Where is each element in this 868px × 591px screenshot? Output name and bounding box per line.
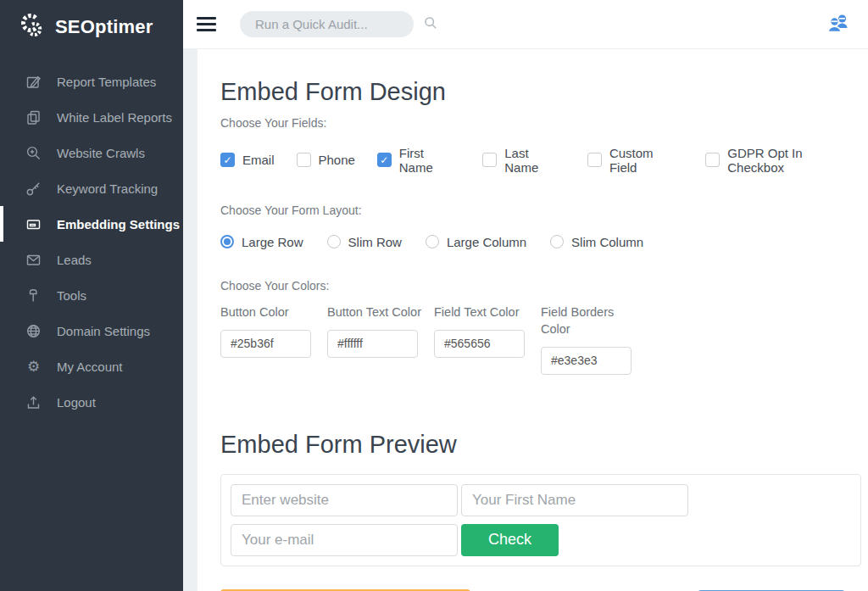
sidebar-item-keyword-tracking[interactable]: Keyword Tracking xyxy=(0,170,183,206)
content-gutter xyxy=(183,49,198,591)
layout-section-label: Choose Your Form Layout: xyxy=(220,204,861,217)
sidebar-item-label: Report Templates xyxy=(57,75,156,89)
sidebar-item-label: White Label Reports xyxy=(57,110,172,125)
color-field-input[interactable] xyxy=(541,347,632,375)
checkbox-label: Last Name xyxy=(504,146,565,175)
sidebar-item-domain-settings[interactable]: Domain Settings xyxy=(0,313,183,348)
layout-radio-large-column[interactable]: Large Column xyxy=(426,235,526,249)
sidebar-item-leads[interactable]: Leads xyxy=(0,242,183,277)
preview-title: Embed Form Preview xyxy=(220,432,861,459)
sidebar-item-label: My Account xyxy=(57,360,123,374)
search-input[interactable] xyxy=(255,17,424,31)
app-title: SEOptimer xyxy=(55,16,153,38)
seoptimer-gears-logo-icon xyxy=(17,11,47,43)
color-fields: Button Color Button Text Color Field Tex… xyxy=(220,304,861,375)
radio-icon[interactable] xyxy=(426,235,439,248)
sidebar-item-label: Keyword Tracking xyxy=(57,181,158,196)
checkbox-label: Custom Field xyxy=(609,146,684,175)
checkbox-label: Email xyxy=(242,153,275,167)
sidebar-item-label: Embedding Settings xyxy=(57,217,180,231)
hamburger-menu-icon[interactable] xyxy=(197,14,216,35)
quick-audit-search[interactable] xyxy=(240,11,414,37)
sidebar-item-report-templates[interactable]: Report Templates xyxy=(0,64,183,99)
color-field-input[interactable] xyxy=(220,330,311,358)
sidebar-item-logout[interactable]: Logout xyxy=(0,384,183,420)
preview-check-button[interactable]: Check xyxy=(461,524,559,556)
radio-label: Large Row xyxy=(242,235,303,249)
checkbox-label: First Name xyxy=(399,146,461,175)
sidebar-item-label: Website Crawls xyxy=(57,146,145,160)
sidebar-item-tools[interactable]: Tools xyxy=(0,277,183,313)
layout-radio-large-row[interactable]: Large Row xyxy=(220,235,303,249)
sidebar-item-white-label-reports[interactable]: White Label Reports xyxy=(0,99,183,135)
sidebar-nav: Report Templates White Label Reports Web… xyxy=(0,64,183,420)
sidebar-item-website-crawls[interactable]: Website Crawls xyxy=(0,135,183,170)
checkbox-icon[interactable] xyxy=(587,153,602,167)
field-checkbox-phone[interactable]: Phone xyxy=(297,153,355,167)
search-icon xyxy=(424,16,437,33)
embed-card-icon xyxy=(25,216,42,232)
color-field-label: Field Text Color xyxy=(434,304,541,321)
color-field-field-borders-color: Field Borders Color xyxy=(541,304,621,375)
color-field-label: Button Color xyxy=(220,304,327,321)
checkbox-icon[interactable] xyxy=(482,153,497,167)
key-icon xyxy=(25,181,42,197)
checkbox-label: GDPR Opt In Checkbox xyxy=(727,146,861,175)
color-field-button-text-color: Button Text Color xyxy=(327,304,434,358)
color-field-label: Button Text Color xyxy=(327,304,434,321)
copy-pages-icon xyxy=(25,109,42,125)
sidebar-item-label: Domain Settings xyxy=(57,324,150,338)
radio-icon[interactable] xyxy=(550,235,564,248)
color-field-label: Field Borders Color xyxy=(541,304,621,337)
content: Embed Form Design Choose Your Fields: ✓ … xyxy=(198,49,868,591)
field-checkbox-gdpr-opt-in-checkbox[interactable]: GDPR Opt In Checkbox xyxy=(705,146,861,175)
hammer-icon xyxy=(25,287,42,304)
topbar xyxy=(183,0,868,49)
radio-icon[interactable] xyxy=(220,235,234,248)
checkbox-icon[interactable]: ✓ xyxy=(377,153,392,167)
colors-section-label: Choose Your Colors: xyxy=(220,279,861,293)
page-title: Embed Form Design xyxy=(220,79,861,106)
radio-label: Slim Column xyxy=(571,235,643,249)
sidebar-item-embedding-settings[interactable]: Embedding Settings xyxy=(0,206,183,242)
app-logo[interactable]: SEOptimer xyxy=(0,0,183,43)
checkbox-icon[interactable] xyxy=(297,153,311,167)
checkbox-icon[interactable] xyxy=(705,153,720,167)
pencil-square-icon xyxy=(25,74,42,90)
field-checkbox-row: ✓ Email Phone ✓ First Name Last Name Cus… xyxy=(220,146,861,175)
logout-icon xyxy=(25,394,42,410)
field-checkbox-custom-field[interactable]: Custom Field xyxy=(587,146,683,175)
preview-first-name-input[interactable] xyxy=(461,484,688,516)
sidebar-item-label: Tools xyxy=(57,288,86,303)
radio-label: Large Column xyxy=(447,235,526,249)
radio-label: Slim Row xyxy=(348,235,402,249)
color-field-input[interactable] xyxy=(434,330,525,358)
color-field-button-color: Button Color xyxy=(220,304,327,358)
color-field-input[interactable] xyxy=(327,330,418,358)
layout-radio-slim-row[interactable]: Slim Row xyxy=(327,235,402,249)
preview-website-input[interactable] xyxy=(231,484,458,516)
envelope-icon xyxy=(25,252,42,268)
users-icon[interactable] xyxy=(826,12,851,39)
layout-radio-slim-column[interactable]: Slim Column xyxy=(550,235,643,249)
radio-icon[interactable] xyxy=(327,235,341,248)
field-checkbox-first-name[interactable]: ✓ First Name xyxy=(377,146,460,175)
embed-form-preview-card: Check xyxy=(220,474,861,566)
field-checkbox-last-name[interactable]: Last Name xyxy=(482,146,565,175)
gear-icon: ⚙ xyxy=(25,359,42,375)
checkbox-icon[interactable]: ✓ xyxy=(220,153,235,167)
layout-radio-row: Large Row Slim Row Large Column Slim Col… xyxy=(220,235,861,249)
sidebar-item-label: Leads xyxy=(57,253,92,267)
search-plus-icon xyxy=(25,145,42,161)
color-field-field-text-color: Field Text Color xyxy=(434,304,541,358)
sidebar: SEOptimer Report Templates White Label R… xyxy=(0,0,183,591)
sidebar-item-my-account[interactable]: ⚙ My Account xyxy=(0,348,183,384)
checkbox-label: Phone xyxy=(319,153,355,167)
field-checkbox-email[interactable]: ✓ Email xyxy=(220,153,275,167)
sidebar-item-label: Logout xyxy=(57,395,96,410)
main-area: Embed Form Design Choose Your Fields: ✓ … xyxy=(183,0,868,591)
fields-section-label: Choose Your Fields: xyxy=(220,116,861,130)
globe-icon xyxy=(25,323,42,339)
preview-email-input[interactable] xyxy=(231,524,458,556)
